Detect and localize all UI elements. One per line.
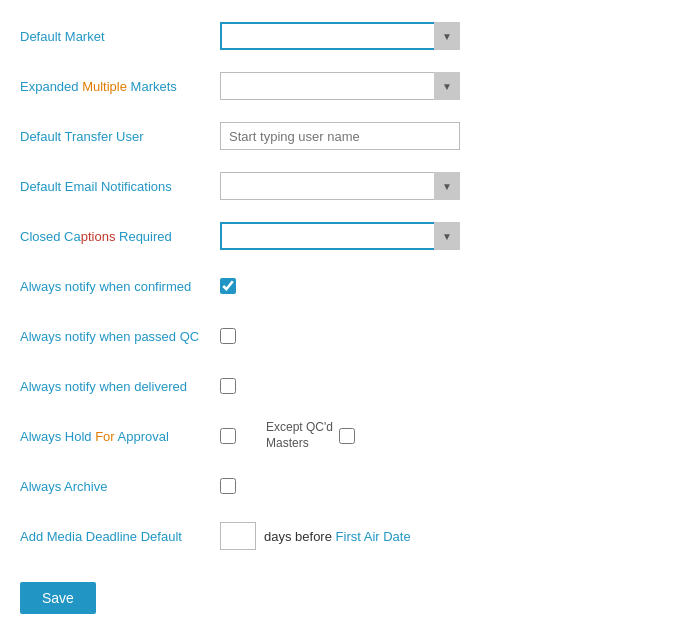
except-label: Except QC'dMasters — [266, 420, 333, 451]
default-transfer-user-row: Default Transfer User — [20, 120, 580, 152]
default-transfer-user-label: Default Transfer User — [20, 129, 220, 144]
closed-captions-label: Closed Captions Required — [20, 229, 220, 244]
notify-confirmed-control — [220, 278, 580, 294]
default-transfer-user-control — [220, 122, 580, 150]
default-market-label: Default Market — [20, 29, 220, 44]
expanded-markets-control — [220, 72, 580, 100]
settings-form: Default Market Expanded Multiple Markets — [20, 20, 580, 614]
hold-approval-row: Always Hold For Approval Except QC'dMast… — [20, 420, 580, 452]
default-email-row: Default Email Notifications — [20, 170, 580, 202]
hold-approval-checkbox[interactable] — [220, 428, 236, 444]
default-market-control — [220, 22, 580, 50]
expanded-markets-label: Expanded Multiple Markets — [20, 79, 220, 94]
notify-delivered-row: Always notify when delivered — [20, 370, 580, 402]
default-market-select[interactable] — [220, 22, 460, 50]
notify-confirmed-checkbox[interactable] — [220, 278, 236, 294]
default-email-label: Default Email Notifications — [20, 179, 220, 194]
closed-captions-select-wrapper — [220, 222, 460, 250]
closed-captions-control — [220, 222, 580, 250]
except-qcd-checkbox[interactable] — [339, 428, 355, 444]
notify-confirmed-row: Always notify when confirmed — [20, 270, 580, 302]
notify-delivered-checkbox[interactable] — [220, 378, 236, 394]
save-section: Save — [20, 572, 580, 614]
notify-delivered-control — [220, 378, 580, 394]
always-archive-label: Always Archive — [20, 479, 220, 494]
except-section: Except QC'dMasters — [266, 420, 355, 451]
expanded-markets-label-text: Expanded Multiple Markets — [20, 79, 177, 94]
always-archive-row: Always Archive — [20, 470, 580, 502]
notify-confirmed-label: Always notify when confirmed — [20, 279, 220, 294]
media-deadline-row: Add Media Deadline Default days before F… — [20, 520, 580, 552]
expanded-markets-row: Expanded Multiple Markets — [20, 70, 580, 102]
notify-qc-label: Always notify when passed QC — [20, 329, 220, 344]
days-input[interactable] — [220, 522, 256, 550]
always-archive-control — [220, 478, 580, 494]
default-market-select-wrapper — [220, 22, 460, 50]
media-deadline-label: Add Media Deadline Default — [20, 529, 220, 544]
notify-qc-checkbox[interactable] — [220, 328, 236, 344]
notify-qc-row: Always notify when passed QC — [20, 320, 580, 352]
media-deadline-control: days before First Air Date — [220, 522, 580, 550]
default-transfer-user-input[interactable] — [220, 122, 460, 150]
expanded-markets-select-wrapper — [220, 72, 460, 100]
closed-captions-row: Closed Captions Required — [20, 220, 580, 252]
expanded-markets-select[interactable] — [220, 72, 460, 100]
hold-approval-label: Always Hold For Approval — [20, 429, 220, 444]
closed-captions-label-text: Closed Captions Required — [20, 229, 172, 244]
always-archive-checkbox[interactable] — [220, 478, 236, 494]
hold-approval-control: Except QC'dMasters — [220, 420, 580, 451]
notify-qc-control — [220, 328, 580, 344]
days-input-group: days before First Air Date — [220, 522, 411, 550]
default-market-row: Default Market — [20, 20, 580, 52]
default-email-control — [220, 172, 580, 200]
default-email-select[interactable] — [220, 172, 460, 200]
first-air-date-label: First Air Date — [336, 529, 411, 544]
days-label: days before First Air Date — [264, 529, 411, 544]
hold-approval-label-text: Always Hold For Approval — [20, 429, 169, 444]
save-button[interactable]: Save — [20, 582, 96, 614]
notify-delivered-label: Always notify when delivered — [20, 379, 220, 394]
closed-captions-select[interactable] — [220, 222, 460, 250]
default-email-select-wrapper — [220, 172, 460, 200]
